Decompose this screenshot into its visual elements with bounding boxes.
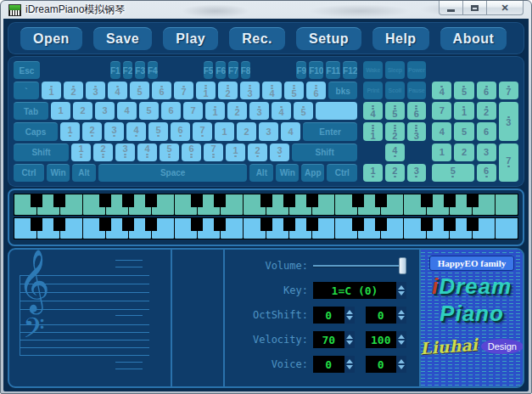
- piano-key-black[interactable]: [214, 194, 226, 207]
- key-7[interactable]: 7: [204, 144, 223, 161]
- piano-key-black[interactable]: [31, 194, 42, 207]
- key-Alt[interactable]: Alt: [249, 164, 273, 182]
- octshift-spinner-a[interactable]: [344, 307, 355, 324]
- key-7[interactable]: 7: [499, 82, 518, 99]
- save-button[interactable]: Save: [93, 27, 152, 50]
- key-2[interactable]: 2: [477, 102, 496, 120]
- key-3[interactable]: 3: [259, 122, 278, 140]
- key-spinner[interactable]: [396, 282, 406, 299]
- key-6[interactable]: 6: [477, 164, 496, 182]
- key-7[interactable]: 7: [432, 102, 451, 120]
- key-1[interactable]: 1: [205, 102, 225, 120]
- piano-key-black[interactable]: [145, 218, 157, 231]
- key-3[interactable]: 3: [499, 102, 518, 140]
- key-2[interactable]: 2: [248, 144, 267, 161]
- key-Win[interactable]: Win: [47, 164, 70, 182]
- key-Pause[interactable]: Pause: [407, 82, 427, 99]
- key-3[interactable]: 3: [240, 82, 260, 99]
- key-7[interactable]: 7: [183, 102, 203, 120]
- key-1[interactable]: 1: [226, 144, 245, 161]
- piano-key-black[interactable]: [214, 218, 226, 231]
- piano-key-black[interactable]: [467, 194, 479, 207]
- key-Shift[interactable]: Shift: [14, 144, 69, 161]
- piano-key-black[interactable]: [122, 194, 134, 207]
- key-1[interactable]: 1: [60, 122, 80, 140]
- key-4[interactable]: 4: [108, 82, 127, 99]
- key-1[interactable]: 1: [363, 164, 383, 182]
- key-3[interactable]: 3: [477, 144, 496, 161]
- key-7[interactable]: 7: [193, 122, 212, 140]
- key-2[interactable]: 2: [454, 144, 473, 161]
- piano-key-white[interactable]: [496, 218, 518, 239]
- key-4[interactable]: 4: [281, 122, 300, 140]
- key-bks[interactable]: bks: [328, 82, 357, 99]
- key-7[interactable]: 7: [499, 144, 518, 182]
- piano-key-black[interactable]: [260, 194, 272, 207]
- key-F1[interactable]: F1: [110, 61, 120, 79]
- piano-key-black[interactable]: [260, 218, 272, 231]
- piano-key-white[interactable]: [496, 194, 518, 215]
- piano-key-black[interactable]: [352, 194, 364, 207]
- piano-key-black[interactable]: [306, 194, 318, 207]
- key-4[interactable]: 4: [432, 82, 451, 99]
- key-5[interactable]: 5: [432, 164, 473, 182]
- key-5[interactable]: 5: [148, 122, 168, 140]
- key-3[interactable]: 3: [249, 102, 269, 120]
- piano-key-black[interactable]: [421, 218, 433, 231]
- key-3[interactable]: 3: [407, 164, 427, 182]
- key-blank[interactable]: [316, 102, 357, 120]
- piano-key-black[interactable]: [53, 194, 65, 207]
- key-6[interactable]: 6: [477, 82, 496, 99]
- key-Space[interactable]: Space: [98, 164, 247, 182]
- key-Win[interactable]: Win: [276, 164, 299, 182]
- key-F3[interactable]: F3: [135, 61, 145, 79]
- setup-button[interactable]: Setup: [296, 27, 361, 50]
- minimize-button[interactable]: [439, 1, 463, 15]
- key-Tab[interactable]: Tab: [14, 102, 48, 120]
- key-Enter[interactable]: Enter: [303, 122, 357, 140]
- piano-key-black[interactable]: [375, 194, 387, 207]
- key-3[interactable]: 3: [115, 144, 135, 161]
- key-1[interactable]: 1: [215, 122, 234, 140]
- key-2[interactable]: 2: [385, 164, 405, 182]
- key-4[interactable]: 4: [385, 144, 405, 161]
- key-F5[interactable]: F5: [204, 61, 214, 79]
- key-Wake[interactable]: Wake: [363, 61, 383, 79]
- octshift-spinner-b[interactable]: [396, 307, 406, 324]
- key-1[interactable]: 1: [42, 82, 61, 99]
- key-2[interactable]: 2: [82, 122, 102, 140]
- key-5[interactable]: 5: [130, 82, 149, 99]
- key-F4[interactable]: F4: [148, 61, 158, 79]
- key-Ctrl[interactable]: Ctrl: [14, 164, 44, 182]
- piano-key-black[interactable]: [421, 194, 433, 207]
- key-6[interactable]: 6: [152, 82, 171, 99]
- key-Esc[interactable]: Esc: [14, 61, 40, 79]
- key-F6[interactable]: F6: [216, 61, 226, 79]
- key-Ctrl[interactable]: Ctrl: [327, 164, 357, 182]
- piano-key-black[interactable]: [283, 194, 295, 207]
- key-2[interactable]: 2: [93, 144, 113, 161]
- voice-spinner-b[interactable]: [396, 356, 406, 373]
- key-1[interactable]: 1: [432, 144, 451, 161]
- piano-key-black[interactable]: [444, 218, 456, 231]
- key-1[interactable]: 1: [454, 102, 473, 120]
- key-4[interactable]: 4: [117, 102, 137, 120]
- key-App[interactable]: App: [301, 164, 324, 182]
- key-6[interactable]: 6: [407, 102, 427, 120]
- key-Shift[interactable]: Shift: [292, 144, 357, 161]
- key-Sleep[interactable]: Sleep: [385, 61, 405, 79]
- piano-key-black[interactable]: [467, 218, 479, 231]
- key-F10[interactable]: F10: [309, 61, 323, 79]
- key-5[interactable]: 5: [454, 122, 473, 140]
- key-Power[interactable]: Power: [407, 61, 427, 79]
- key-4[interactable]: 4: [137, 144, 157, 161]
- key-F9[interactable]: F9: [296, 61, 306, 79]
- key-6[interactable]: 6: [306, 82, 326, 99]
- piano-key-black[interactable]: [191, 218, 203, 231]
- key-F11[interactable]: F11: [326, 61, 340, 79]
- key-6[interactable]: 6: [171, 122, 190, 140]
- velocity-spinner-b[interactable]: [396, 331, 406, 348]
- key-5[interactable]: 5: [294, 102, 313, 120]
- key-2[interactable]: 2: [385, 122, 405, 140]
- piano-key-black[interactable]: [122, 218, 134, 231]
